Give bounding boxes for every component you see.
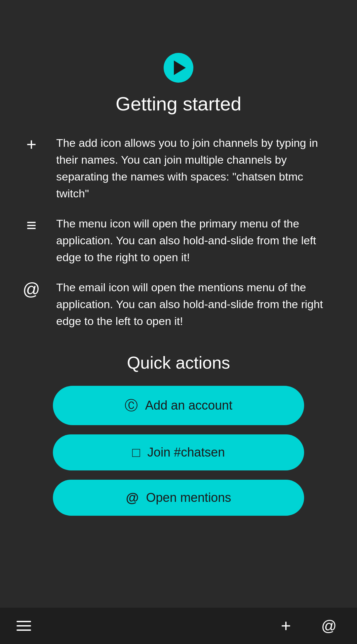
at-icon: @	[20, 279, 43, 298]
quick-actions-title: Quick actions	[127, 353, 230, 373]
join-chatsen-label: Join #chatsen	[147, 445, 225, 460]
at-mention-icon: @	[126, 490, 139, 505]
instruction-row-menu: ≡ The menu icon will open the primary me…	[20, 215, 337, 266]
page-title: Getting started	[116, 93, 241, 115]
add-account-button[interactable]: Ⓒ Add an account	[53, 386, 304, 425]
bottom-bar: + @	[0, 608, 357, 644]
add-account-label: Add an account	[145, 398, 232, 413]
open-mentions-button[interactable]: @ Open mentions	[53, 480, 304, 516]
instructions-section: + The add icon allows you to join channe…	[20, 135, 337, 330]
quick-actions-section: Ⓒ Add an account □ Join #chatsen @ Open …	[20, 386, 337, 516]
join-chatsen-button[interactable]: □ Join #chatsen	[53, 434, 304, 470]
plus-icon: +	[20, 135, 43, 153]
instruction-row-at: @ The email icon will open the mentions …	[20, 279, 337, 330]
menu-hamburger-icon[interactable]	[17, 621, 31, 631]
person-icon: Ⓒ	[125, 396, 138, 415]
open-mentions-label: Open mentions	[146, 491, 231, 505]
logo-circle	[164, 53, 193, 83]
main-content: Getting started + The add icon allows yo…	[0, 0, 357, 608]
bottom-plus-icon[interactable]: +	[274, 614, 298, 637]
instruction-text-at: The email icon will open the mentions me…	[56, 279, 337, 330]
chat-icon: □	[132, 445, 140, 460]
instruction-row-add: + The add icon allows you to join channe…	[20, 135, 337, 202]
instruction-text-add: The add icon allows you to join channels…	[56, 135, 337, 202]
bottom-at-icon[interactable]: @	[317, 614, 340, 637]
menu-icon: ≡	[20, 215, 43, 234]
play-icon	[174, 60, 186, 75]
instruction-text-menu: The menu icon will open the primary menu…	[56, 215, 337, 266]
